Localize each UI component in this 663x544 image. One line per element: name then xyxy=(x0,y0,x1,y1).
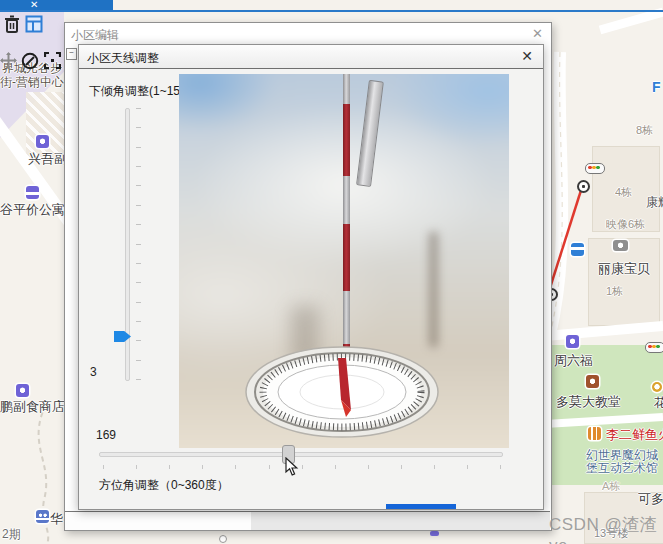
map-label: 多莫大教堂 xyxy=(556,395,621,409)
hotel-icon[interactable] xyxy=(26,186,39,199)
cart-icon[interactable] xyxy=(16,384,29,397)
cart-icon[interactable] xyxy=(36,135,49,148)
map-label: 1栋 xyxy=(606,285,623,297)
tick-mark xyxy=(103,465,104,469)
azimuth-range-label: 方位角调整（0~360度） xyxy=(99,477,229,494)
tick-mark xyxy=(136,244,141,245)
map-label: 堡互动艺术馆 xyxy=(586,462,658,475)
antenna-mast xyxy=(343,291,350,344)
building-icon[interactable] xyxy=(36,510,49,523)
map-label: 街-营销中心 xyxy=(0,76,64,89)
map-label: 谷平价公寓 xyxy=(0,203,65,217)
map-dot xyxy=(219,535,227,543)
confirm-button-top-edge[interactable] xyxy=(386,504,456,509)
mouse-cursor xyxy=(285,457,299,477)
tick-mark xyxy=(136,108,141,109)
map-label: 李二鲜鱼火 xyxy=(606,428,663,442)
tick-mark xyxy=(335,465,336,469)
map-label: 丽康宝贝 xyxy=(598,262,650,276)
fullscreen-icon[interactable] xyxy=(44,52,61,69)
tick-mark xyxy=(202,465,203,469)
tick-mark xyxy=(136,127,141,128)
tick-mark xyxy=(136,147,141,148)
footer-area xyxy=(251,511,550,530)
antenna-mast xyxy=(343,104,350,176)
compass-icon[interactable] xyxy=(21,52,39,70)
antenna-mast xyxy=(343,224,350,291)
map-label: 华 xyxy=(50,512,63,526)
dialog-antenna-adjust: 小区天线调整 ✕ 下倾角调整(1~15度) 3 xyxy=(78,44,544,510)
close-icon[interactable]: ✕ xyxy=(521,48,533,64)
map-label: 4栋 xyxy=(615,186,632,198)
tick-mark xyxy=(136,465,137,469)
map-label: 周六福 xyxy=(554,354,593,368)
metro-icon[interactable] xyxy=(430,531,439,536)
traffic-light-icon[interactable] xyxy=(585,163,605,174)
shop-icon[interactable] xyxy=(566,335,579,348)
tick-mark xyxy=(136,263,141,264)
map-label: A栋 xyxy=(602,480,620,492)
antenna-mast xyxy=(343,176,350,224)
map-label: 映像6栋 xyxy=(606,218,645,230)
route-node-icon[interactable] xyxy=(577,180,590,193)
tick-mark xyxy=(302,465,303,469)
dialog-titlebar[interactable]: 小区天线调整 ✕ xyxy=(79,45,543,69)
tick-mark xyxy=(434,465,435,469)
antenna-3d-viewport[interactable] xyxy=(179,74,509,448)
layout-table-icon[interactable] xyxy=(25,15,43,33)
tick-mark xyxy=(136,321,141,322)
tab-close-icon[interactable]: ✕ xyxy=(30,0,38,10)
tick-mark xyxy=(136,185,141,186)
csdn-watermark: CSDN @渣渣ye xyxy=(549,513,663,544)
tick-mark xyxy=(467,465,468,469)
screen: 界城光谷步街-营销中心兴吾副食谷平价公寓鹏副食商店华2期F8栋4栋康辉映像6栋丽… xyxy=(0,0,663,544)
azimuth-slider-track[interactable] xyxy=(99,452,503,457)
pan-move-icon[interactable] xyxy=(0,52,17,69)
tick-mark xyxy=(136,166,141,167)
tick-mark xyxy=(169,465,170,469)
map-label: 2期 xyxy=(2,528,21,541)
tick-mark xyxy=(136,379,141,380)
tick-mark xyxy=(136,302,141,303)
tick-mark xyxy=(136,360,141,361)
flower-icon[interactable] xyxy=(652,382,662,392)
tick-mark xyxy=(136,340,141,341)
map-label: 花 xyxy=(654,396,663,410)
map-label: 8栋 xyxy=(636,124,653,136)
camera-icon[interactable] xyxy=(613,240,628,251)
blurred-tower xyxy=(429,232,438,347)
map-label: 可多 xyxy=(638,492,663,506)
tick-mark xyxy=(235,465,236,469)
dialog-title[interactable]: 小区编辑 xyxy=(71,27,119,44)
tick-mark xyxy=(500,465,501,469)
dialog-title: 小区天线调整 xyxy=(87,50,159,67)
traffic-light-icon[interactable] xyxy=(645,342,663,353)
church-icon[interactable] xyxy=(586,375,599,388)
restaurant-icon[interactable] xyxy=(588,427,601,440)
map-label: F xyxy=(652,80,661,95)
tree-expander-icon[interactable]: − xyxy=(66,48,77,60)
tick-mark xyxy=(269,465,270,469)
tick-mark xyxy=(136,282,141,283)
map-label: 康辉 xyxy=(646,196,663,209)
map-label: 鹏副食商店 xyxy=(0,400,65,414)
footer-panel xyxy=(65,511,252,530)
tick-mark xyxy=(368,465,369,469)
tilt-value: 3 xyxy=(90,365,97,379)
browser-accent-line xyxy=(0,10,663,12)
antenna-mast xyxy=(343,74,350,104)
bus-icon[interactable] xyxy=(571,243,584,256)
tick-mark xyxy=(401,465,402,469)
close-icon[interactable]: ✕ xyxy=(532,26,543,41)
trash-icon[interactable] xyxy=(4,15,20,34)
azimuth-value: 169 xyxy=(96,428,116,442)
tick-mark xyxy=(136,224,141,225)
azimuth-compass-dial[interactable] xyxy=(237,344,451,442)
tick-mark xyxy=(136,205,141,206)
